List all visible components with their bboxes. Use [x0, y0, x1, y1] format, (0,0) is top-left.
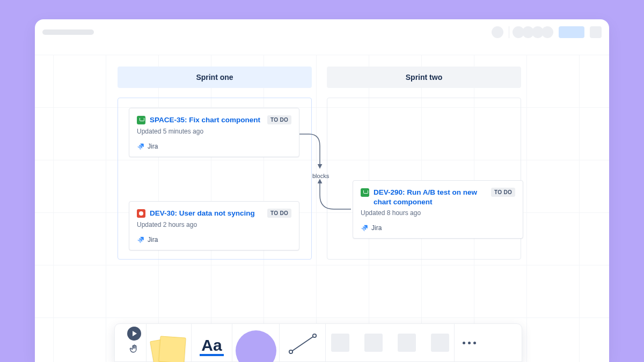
status-badge: TO DO: [267, 115, 291, 124]
card-title-row: DEV-290: Run A/B test on new chart compo…: [361, 188, 486, 206]
card-title-row: DEV-30: User data not syncing: [137, 209, 262, 218]
avatar-group[interactable]: [515, 26, 553, 38]
topbar-title-placeholder: [42, 29, 94, 35]
card-header: DEV-290: Run A/B test on new chart compo…: [361, 188, 515, 206]
tool-placeholder[interactable]: [398, 334, 416, 352]
tool-placeholder[interactable]: [364, 334, 383, 352]
topbar-right-controls: [492, 26, 602, 38]
toolbar-button-placeholder[interactable]: [590, 26, 602, 38]
card-title-row: SPACE-35: Fix chart component: [137, 115, 262, 125]
card-updated: Updated 8 hours ago: [361, 209, 515, 217]
sticky-note-tool[interactable]: [146, 324, 191, 361]
avatar[interactable]: [492, 26, 503, 38]
bug-icon: [137, 209, 145, 218]
share-button-placeholder[interactable]: [559, 26, 584, 38]
sprint-title: Sprint one: [196, 73, 233, 82]
text-tool[interactable]: Aa: [191, 324, 232, 361]
jira-icon: [137, 236, 144, 243]
svg-line-0: [291, 336, 314, 352]
jira-icon: [361, 224, 368, 232]
story-icon: [361, 188, 369, 197]
sprint-title: Sprint two: [406, 73, 442, 82]
card-header: DEV-30: User data not syncing TO DO: [137, 209, 291, 218]
shape-tool[interactable]: [232, 324, 279, 361]
card-updated: Updated 2 hours ago: [137, 221, 291, 228]
topbar: [35, 19, 609, 45]
sticky-note-icon: [152, 331, 186, 361]
svg-point-1: [289, 350, 292, 353]
hand-tool-icon[interactable]: [129, 344, 139, 356]
jira-icon: [137, 143, 144, 150]
status-badge: TO DO: [267, 209, 291, 218]
divider: [509, 26, 509, 38]
cursor-tool-slot: [122, 324, 146, 361]
card-source-label: Jira: [148, 236, 158, 243]
sprint-header[interactable]: Sprint two: [327, 67, 521, 88]
svg-point-2: [312, 334, 316, 337]
issue-card[interactable]: SPACE-35: Fix chart component TO DO Upda…: [129, 108, 299, 157]
card-source-label: Jira: [148, 143, 158, 150]
tool-placeholder[interactable]: [331, 334, 349, 352]
card-source: Jira: [137, 236, 291, 243]
app-window: Sprint one Sprint two SPACE-35: Fix char…: [35, 19, 609, 362]
card-source-label: Jira: [371, 224, 382, 232]
card-source: Jira: [361, 224, 515, 232]
card-title: DEV-30: User data not syncing: [150, 209, 255, 218]
issue-card[interactable]: DEV-290: Run A/B test on new chart compo…: [353, 180, 523, 239]
extra-tools-group: [325, 324, 454, 361]
text-tool-icon: Aa: [200, 337, 223, 356]
status-badge: TO DO: [491, 188, 515, 197]
more-tools-button[interactable]: [454, 324, 484, 361]
card-title: SPACE-35: Fix chart component: [150, 115, 260, 125]
line-tool[interactable]: [279, 324, 325, 361]
canvas[interactable]: Sprint one Sprint two SPACE-35: Fix char…: [35, 55, 609, 362]
bottom-toolbar: Aa: [114, 323, 522, 362]
card-title: DEV-290: Run A/B test on new chart compo…: [374, 188, 486, 206]
more-icon: [463, 342, 476, 344]
card-header: SPACE-35: Fix chart component TO DO: [137, 115, 291, 125]
connector-label[interactable]: blocks: [312, 173, 329, 179]
avatar[interactable]: [541, 26, 553, 38]
line-tool-icon: [288, 333, 318, 355]
sprint-header[interactable]: Sprint one: [118, 67, 312, 88]
card-updated: Updated 5 minutes ago: [137, 128, 291, 135]
tool-placeholder[interactable]: [431, 334, 449, 352]
issue-card[interactable]: DEV-30: User data not syncing TO DO Upda…: [129, 201, 299, 250]
present-button[interactable]: [127, 327, 141, 341]
story-icon: [137, 116, 145, 124]
circle-shape-icon: [236, 330, 276, 362]
card-source: Jira: [137, 143, 291, 150]
